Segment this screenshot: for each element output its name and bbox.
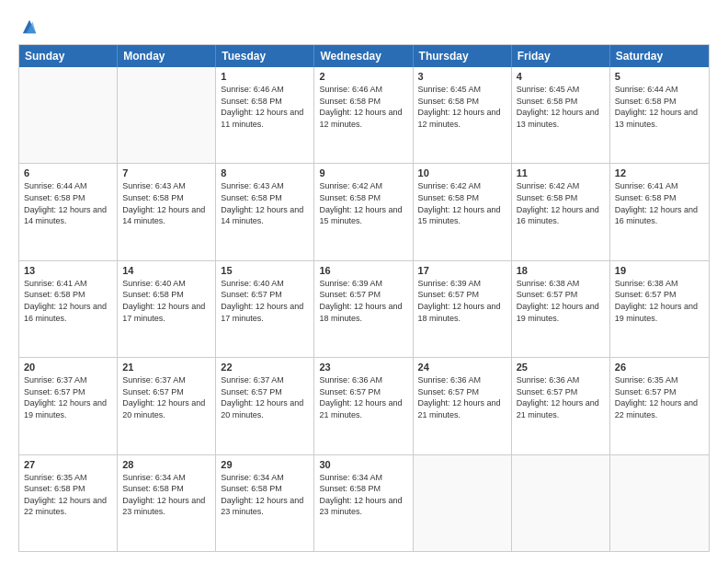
day-number: 15 <box>221 265 309 276</box>
day-info: Sunrise: 6:39 AM Sunset: 6:57 PM Dayligh… <box>418 278 506 324</box>
day-number: 16 <box>319 265 407 276</box>
day-number: 5 <box>615 71 704 82</box>
weekday-header-friday: Friday <box>512 45 610 67</box>
calendar-cell: 22Sunrise: 6:37 AM Sunset: 6:57 PM Dayli… <box>216 358 314 454</box>
calendar-cell: 17Sunrise: 6:39 AM Sunset: 6:57 PM Dayli… <box>414 261 512 357</box>
day-info: Sunrise: 6:34 AM Sunset: 6:58 PM Dayligh… <box>122 472 210 518</box>
day-number: 17 <box>418 265 506 276</box>
logo <box>18 17 38 35</box>
weekday-header-tuesday: Tuesday <box>216 45 314 67</box>
calendar-cell <box>610 455 709 551</box>
calendar-cell: 8Sunrise: 6:43 AM Sunset: 6:58 PM Daylig… <box>216 164 314 259</box>
day-number: 27 <box>24 459 112 470</box>
calendar: SundayMondayTuesdayWednesdayThursdayFrid… <box>18 44 710 552</box>
day-number: 20 <box>24 362 112 373</box>
day-number: 1 <box>221 71 309 82</box>
day-number: 3 <box>418 71 506 82</box>
calendar-cell: 23Sunrise: 6:36 AM Sunset: 6:57 PM Dayli… <box>314 358 413 454</box>
day-info: Sunrise: 6:37 AM Sunset: 6:57 PM Dayligh… <box>122 374 210 420</box>
day-number: 26 <box>615 362 704 373</box>
calendar-cell <box>19 67 118 163</box>
day-info: Sunrise: 6:45 AM Sunset: 6:58 PM Dayligh… <box>418 84 506 130</box>
day-number: 18 <box>517 265 605 276</box>
calendar-row-0: 1Sunrise: 6:46 AM Sunset: 6:58 PM Daylig… <box>19 67 709 163</box>
day-number: 13 <box>24 265 112 276</box>
day-number: 9 <box>319 167 407 178</box>
day-number: 8 <box>221 167 309 178</box>
day-info: Sunrise: 6:35 AM Sunset: 6:57 PM Dayligh… <box>615 374 704 420</box>
calendar-cell: 16Sunrise: 6:39 AM Sunset: 6:57 PM Dayli… <box>314 261 413 357</box>
calendar-cell: 14Sunrise: 6:40 AM Sunset: 6:58 PM Dayli… <box>118 261 216 357</box>
calendar-cell: 15Sunrise: 6:40 AM Sunset: 6:57 PM Dayli… <box>216 261 314 357</box>
calendar-cell: 12Sunrise: 6:41 AM Sunset: 6:58 PM Dayli… <box>610 164 709 259</box>
calendar-cell <box>118 67 216 163</box>
calendar-cell: 1Sunrise: 6:46 AM Sunset: 6:58 PM Daylig… <box>216 67 314 163</box>
day-info: Sunrise: 6:37 AM Sunset: 6:57 PM Dayligh… <box>221 374 309 420</box>
day-number: 21 <box>122 362 210 373</box>
day-info: Sunrise: 6:44 AM Sunset: 6:58 PM Dayligh… <box>615 84 704 130</box>
calendar-cell: 30Sunrise: 6:34 AM Sunset: 6:58 PM Dayli… <box>314 455 413 551</box>
day-info: Sunrise: 6:42 AM Sunset: 6:58 PM Dayligh… <box>418 180 506 226</box>
calendar-row-4: 27Sunrise: 6:35 AM Sunset: 6:58 PM Dayli… <box>19 454 709 551</box>
calendar-row-3: 20Sunrise: 6:37 AM Sunset: 6:57 PM Dayli… <box>19 357 709 454</box>
calendar-body: 1Sunrise: 6:46 AM Sunset: 6:58 PM Daylig… <box>19 67 709 551</box>
day-number: 2 <box>319 71 407 82</box>
day-info: Sunrise: 6:40 AM Sunset: 6:57 PM Dayligh… <box>221 278 309 324</box>
calendar-cell: 5Sunrise: 6:44 AM Sunset: 6:58 PM Daylig… <box>610 67 709 163</box>
calendar-cell: 4Sunrise: 6:45 AM Sunset: 6:58 PM Daylig… <box>512 67 610 163</box>
calendar-cell <box>512 455 610 551</box>
day-number: 6 <box>24 167 112 178</box>
calendar-cell: 10Sunrise: 6:42 AM Sunset: 6:58 PM Dayli… <box>414 164 512 259</box>
day-number: 25 <box>517 362 605 373</box>
calendar-header: SundayMondayTuesdayWednesdayThursdayFrid… <box>19 45 709 67</box>
day-info: Sunrise: 6:36 AM Sunset: 6:57 PM Dayligh… <box>517 374 605 420</box>
day-info: Sunrise: 6:38 AM Sunset: 6:57 PM Dayligh… <box>517 278 605 324</box>
day-number: 24 <box>418 362 506 373</box>
logo-icon <box>21 18 38 35</box>
day-number: 10 <box>418 167 506 178</box>
day-info: Sunrise: 6:36 AM Sunset: 6:57 PM Dayligh… <box>418 374 506 420</box>
weekday-header-monday: Monday <box>118 45 216 67</box>
calendar-cell: 20Sunrise: 6:37 AM Sunset: 6:57 PM Dayli… <box>19 358 118 454</box>
day-number: 14 <box>122 265 210 276</box>
day-info: Sunrise: 6:44 AM Sunset: 6:58 PM Dayligh… <box>24 180 112 226</box>
day-info: Sunrise: 6:36 AM Sunset: 6:57 PM Dayligh… <box>319 374 407 420</box>
calendar-cell: 13Sunrise: 6:41 AM Sunset: 6:58 PM Dayli… <box>19 261 118 357</box>
calendar-cell: 28Sunrise: 6:34 AM Sunset: 6:58 PM Dayli… <box>118 455 216 551</box>
day-number: 7 <box>122 167 210 178</box>
day-info: Sunrise: 6:43 AM Sunset: 6:58 PM Dayligh… <box>122 180 210 226</box>
calendar-cell: 9Sunrise: 6:42 AM Sunset: 6:58 PM Daylig… <box>314 164 413 259</box>
day-number: 29 <box>221 459 309 470</box>
calendar-cell: 18Sunrise: 6:38 AM Sunset: 6:57 PM Dayli… <box>512 261 610 357</box>
day-info: Sunrise: 6:41 AM Sunset: 6:58 PM Dayligh… <box>24 278 112 324</box>
day-info: Sunrise: 6:45 AM Sunset: 6:58 PM Dayligh… <box>517 84 605 130</box>
day-number: 30 <box>319 459 407 470</box>
day-number: 22 <box>221 362 309 373</box>
day-info: Sunrise: 6:34 AM Sunset: 6:58 PM Dayligh… <box>319 472 407 518</box>
day-info: Sunrise: 6:37 AM Sunset: 6:57 PM Dayligh… <box>24 374 112 420</box>
calendar-cell: 6Sunrise: 6:44 AM Sunset: 6:58 PM Daylig… <box>19 164 118 259</box>
day-info: Sunrise: 6:46 AM Sunset: 6:58 PM Dayligh… <box>221 84 309 130</box>
day-number: 23 <box>319 362 407 373</box>
calendar-cell: 3Sunrise: 6:45 AM Sunset: 6:58 PM Daylig… <box>414 67 512 163</box>
page: SundayMondayTuesdayWednesdayThursdayFrid… <box>0 0 728 563</box>
day-info: Sunrise: 6:35 AM Sunset: 6:58 PM Dayligh… <box>24 472 112 518</box>
day-info: Sunrise: 6:39 AM Sunset: 6:57 PM Dayligh… <box>319 278 407 324</box>
day-number: 11 <box>517 167 605 178</box>
weekday-header-thursday: Thursday <box>414 45 512 67</box>
calendar-cell: 25Sunrise: 6:36 AM Sunset: 6:57 PM Dayli… <box>512 358 610 454</box>
day-number: 19 <box>615 265 704 276</box>
day-info: Sunrise: 6:42 AM Sunset: 6:58 PM Dayligh… <box>319 180 407 226</box>
day-number: 4 <box>517 71 605 82</box>
calendar-cell: 19Sunrise: 6:38 AM Sunset: 6:57 PM Dayli… <box>610 261 709 357</box>
day-info: Sunrise: 6:34 AM Sunset: 6:58 PM Dayligh… <box>221 472 309 518</box>
header <box>18 17 710 35</box>
day-number: 12 <box>615 167 704 178</box>
day-info: Sunrise: 6:43 AM Sunset: 6:58 PM Dayligh… <box>221 180 309 226</box>
day-info: Sunrise: 6:42 AM Sunset: 6:58 PM Dayligh… <box>517 180 605 226</box>
calendar-cell: 21Sunrise: 6:37 AM Sunset: 6:57 PM Dayli… <box>118 358 216 454</box>
calendar-row-2: 13Sunrise: 6:41 AM Sunset: 6:58 PM Dayli… <box>19 260 709 357</box>
day-info: Sunrise: 6:46 AM Sunset: 6:58 PM Dayligh… <box>319 84 407 130</box>
day-info: Sunrise: 6:41 AM Sunset: 6:58 PM Dayligh… <box>615 180 704 226</box>
calendar-cell: 24Sunrise: 6:36 AM Sunset: 6:57 PM Dayli… <box>414 358 512 454</box>
